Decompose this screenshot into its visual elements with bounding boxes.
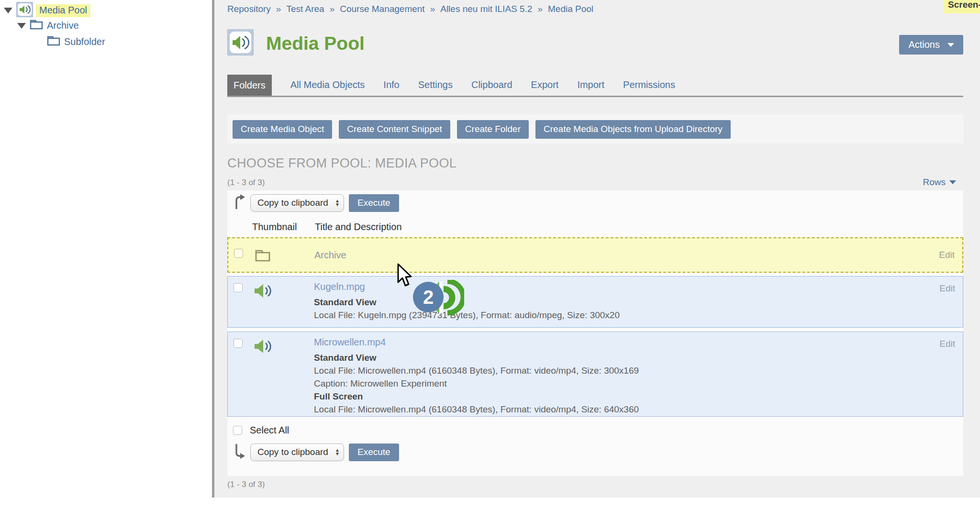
bulk-actions-top: Copy to clipboard ▲▼ Execute	[227, 190, 963, 215]
actions-button-label: Actions	[908, 39, 940, 50]
row-title-microwellen[interactable]: Microwellen.mp4	[314, 337, 386, 348]
tab-settings[interactable]: Settings	[418, 79, 453, 96]
file-detail: Local File: Kugeln.mpg (2394731 Bytes), …	[314, 309, 963, 322]
tab-bar: Folders All Media Objects Info Settings …	[227, 76, 963, 97]
tab-export[interactable]: Export	[531, 79, 559, 96]
bottom-strip	[0, 498, 980, 510]
select-all-label[interactable]: Select All	[250, 425, 289, 436]
audio-thumbnail-icon	[254, 283, 273, 301]
page-title: Media Pool	[266, 33, 365, 54]
range-indicator-top: (1 - 3 of 3)	[227, 178, 265, 188]
table-header-row: Thumbnail Title and Description	[227, 215, 963, 237]
execute-button-bottom[interactable]: Execute	[349, 443, 399, 461]
breadcrumb-separator: »	[330, 4, 335, 14]
tree-item-media-pool[interactable]: Media Pool	[4, 2, 90, 19]
tree-item-archive[interactable]: Archive	[17, 19, 79, 32]
breadcrumb-separator: »	[276, 4, 281, 14]
rows-dropdown-label: Rows	[923, 177, 946, 188]
bulk-action-select[interactable]: Copy to clipboard ▲▼	[250, 194, 344, 212]
create-media-object-button[interactable]: Create Media Object	[233, 120, 332, 139]
column-header-title: Title and Description	[315, 222, 402, 233]
table-row-kugeln[interactable]: Kugeln.mpg Standard View Local File: Kug…	[227, 276, 963, 328]
breadcrumb-repository[interactable]: Repository	[227, 4, 271, 14]
bulk-actions-bottom: Copy to clipboard ▲▼ Execute	[227, 440, 963, 465]
screen-id-tag: Screen-iL	[943, 0, 980, 13]
view-label: Standard View	[314, 296, 963, 309]
create-from-upload-directory-button[interactable]: Create Media Objects from Upload Directo…	[535, 120, 731, 139]
media-table: Copy to clipboard ▲▼ Execute Thumbnail T…	[227, 190, 963, 476]
create-toolbar: Create Media Object Create Content Snipp…	[227, 115, 963, 144]
chevron-down-icon	[949, 180, 956, 184]
row-checkbox[interactable]	[234, 283, 243, 292]
apply-to-selection-down-icon	[233, 443, 245, 461]
breadcrumb-test-area[interactable]: Test Area	[286, 4, 324, 14]
tab-all-media-objects[interactable]: All Media Objects	[290, 79, 365, 96]
breadcrumb: Repository » Test Area » Course Manageme…	[227, 4, 593, 14]
execute-button-top[interactable]: Execute	[349, 194, 399, 212]
edit-link[interactable]: Edit	[939, 250, 955, 260]
actions-button[interactable]: Actions	[899, 35, 963, 55]
bulk-action-selected-value: Copy to clipboard	[257, 447, 335, 457]
audio-thumbnail-icon	[254, 338, 273, 356]
media-pool-title-icon	[227, 29, 254, 57]
expander-triangle-icon[interactable]	[4, 8, 12, 13]
tab-clipboard[interactable]: Clipboard	[471, 79, 512, 96]
column-header-thumbnail: Thumbnail	[252, 222, 297, 233]
table-row-archive[interactable]: Archive Edit	[227, 237, 963, 273]
expander-triangle-icon[interactable]	[17, 23, 26, 29]
select-all-checkbox[interactable]	[233, 426, 242, 435]
view-label: Standard View	[314, 351, 963, 364]
tab-info[interactable]: Info	[383, 79, 399, 96]
create-folder-button[interactable]: Create Folder	[457, 120, 529, 139]
page-header: Media Pool	[227, 29, 365, 57]
select-stepper-icon: ▲▼	[335, 199, 340, 207]
tree-label-archive[interactable]: Archive	[47, 20, 79, 31]
tree-label-media-pool[interactable]: Media Pool	[36, 4, 90, 17]
rows-dropdown[interactable]: Rows	[923, 177, 956, 188]
tree-item-subfolder[interactable]: Subfolder	[47, 35, 105, 48]
tab-permissions[interactable]: Permissions	[623, 79, 675, 96]
sidebar-tree: Media Pool Archive Subfolder	[0, 0, 212, 498]
create-content-snippet-button[interactable]: Create Content Snippet	[339, 120, 450, 139]
table-row-microwellen[interactable]: Microwellen.mp4 Standard View Local File…	[227, 332, 963, 417]
row-checkbox[interactable]	[234, 339, 243, 348]
pool-heading: CHOOSE FROM POOL: MEDIA POOL	[227, 156, 457, 171]
tree-label-subfolder[interactable]: Subfolder	[64, 36, 105, 47]
row-title-archive[interactable]: Archive	[314, 250, 346, 261]
bulk-action-select[interactable]: Copy to clipboard ▲▼	[250, 443, 344, 461]
breadcrumb-media-pool[interactable]: Media Pool	[548, 4, 593, 14]
file-detail: Local File: Microwellen.mp4 (6160348 Byt…	[314, 403, 963, 416]
edit-link[interactable]: Edit	[939, 283, 955, 294]
view-label: Full Screen	[314, 390, 963, 403]
folder-icon	[30, 19, 43, 32]
caption-detail: Caption: Microwellen Experiment	[314, 377, 963, 390]
edit-link[interactable]: Edit	[939, 339, 955, 349]
chevron-down-icon	[947, 43, 954, 47]
bulk-action-selected-value: Copy to clipboard	[257, 198, 335, 208]
breadcrumb-course-management[interactable]: Course Management	[340, 4, 424, 14]
tab-import[interactable]: Import	[577, 79, 604, 96]
media-pool-icon	[16, 2, 33, 19]
apply-to-selection-up-icon	[233, 194, 245, 212]
tab-folders[interactable]: Folders	[227, 75, 272, 96]
breadcrumb-separator: »	[430, 4, 435, 14]
file-detail: Local File: Microwellen.mp4 (6160348 Byt…	[314, 364, 963, 377]
main-content: Screen-iL Repository » Test Area » Cours…	[214, 0, 980, 498]
select-stepper-icon: ▲▼	[335, 448, 340, 456]
breadcrumb-alles-neu[interactable]: Alles neu mit ILIAS 5.2	[440, 4, 532, 14]
row-checkbox[interactable]	[234, 249, 243, 258]
folder-icon	[47, 35, 60, 48]
row-title-kugeln[interactable]: Kugeln.mpg	[314, 281, 365, 292]
range-indicator-bottom: (1 - 3 of 3)	[227, 480, 265, 489]
select-all-row: Select All	[227, 421, 963, 440]
folder-thumbnail-icon	[255, 249, 271, 265]
breadcrumb-separator: »	[537, 4, 543, 14]
